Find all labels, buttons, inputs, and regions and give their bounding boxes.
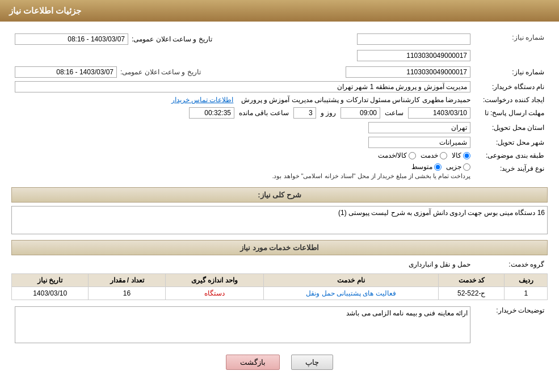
creator-value-cell: حمیدرضا مطهری کارشناس مسئول تدارکات و پش… <box>11 94 474 106</box>
need-number-value-cell: تاریخ و ساعت اعلان عمومی: <box>11 65 474 79</box>
purchase-type-motavaset-radio[interactable] <box>434 163 442 171</box>
need-number-label: شماره نیاز: <box>474 32 548 43</box>
purchase-type-jozi-label: جزیی <box>446 163 461 171</box>
row-buyer: نام دستگاه خریدار: <box>11 79 548 94</box>
city-field[interactable] <box>368 137 470 148</box>
main-content: شماره نیاز: تاریخ و ساعت اعلان عمومی: <box>0 22 559 376</box>
cell-service-name: فعالیت های پشتیبانی حمل ونقل <box>263 287 438 300</box>
category-khedmat-radio[interactable] <box>440 152 447 159</box>
announcement-date-group: تاریخ و ساعت اعلان عمومی: <box>15 33 212 45</box>
row-1: شماره نیاز: تاریخ و ساعت اعلان عمومی: <box>11 65 548 79</box>
remaining-label: ساعت باقی مانده <box>239 109 289 117</box>
category-kala-label: کالا <box>452 151 461 159</box>
contact-link[interactable]: اطلاعات تماس خریدار <box>171 96 234 104</box>
need-number-value: تاریخ و ساعت اعلان عمومی: <box>11 32 474 47</box>
category-kala-khedmat-radio[interactable] <box>409 152 416 159</box>
province-label: استان محل تحویل: <box>474 120 548 135</box>
deadline-date-field[interactable] <box>408 107 470 119</box>
category-value-cell: کالا خدمت کالا/خدمت <box>11 150 474 161</box>
row-province: استان محل تحویل: <box>11 120 548 135</box>
info-grid: شماره نیاز: تاریخ و ساعت اعلان عمومی: نا… <box>11 65 548 182</box>
buyer-desc-label: توضیحات خریدار: <box>474 305 548 316</box>
announcement-date-field[interactable] <box>15 66 117 78</box>
purchase-type-radio-group: جزیی متوسط <box>15 163 470 171</box>
services-table: ردیف کد خدمت نام خدمت واحد اندازه گیری ت… <box>11 273 548 300</box>
need-number-value-input[interactable] <box>357 50 470 61</box>
page-title: جزئیات اطلاعات نیاز <box>9 6 81 15</box>
province-field[interactable] <box>368 122 470 133</box>
buyer-name-field[interactable] <box>15 81 470 92</box>
col-row-number: ردیف <box>505 274 548 287</box>
need-number-label-cell: شماره نیاز: <box>474 65 548 79</box>
deadline-time-label: ساعت <box>385 109 404 117</box>
description-textarea[interactable]: 16 دستگاه مینی بوس جهت اردوی دانش آموزی … <box>11 206 548 234</box>
table-row: 1 ح-522-52 فعالیت های پشتیبانی حمل ونقل … <box>12 287 548 300</box>
buyer-desc-textarea[interactable]: ارائه معاینه فنی و بیمه نامه الزامی می ب… <box>15 306 470 343</box>
description-content: 16 دستگاه مینی بوس جهت اردوی دانش آموزی … <box>11 206 548 234</box>
announcement-date-input[interactable] <box>15 33 128 45</box>
col-quantity: تعداد / مقدار <box>89 274 165 287</box>
purchase-type-motavaset-label: متوسط <box>411 163 432 171</box>
services-section-header: اطلاعات خدمات مورد نیاز <box>11 240 548 255</box>
purchase-type-jozi-option[interactable]: جزیی <box>446 163 470 171</box>
city-label: شهر محل تحویل: <box>474 135 548 150</box>
buyer-desc-content: ارائه معاینه فنی و بیمه نامه الزامی می ب… <box>11 305 474 347</box>
deadline-label: مهلت ارسال پاسخ: تا <box>474 106 548 120</box>
category-kala-khedmat-label: کالا/خدمت <box>378 151 407 159</box>
row-creator: ایجاد کننده درخواست: حمیدرضا مطهری کارشن… <box>11 94 548 106</box>
province-value-cell <box>11 120 474 135</box>
description-section-title: شرح کلی نیاز: <box>258 191 301 199</box>
creator-name: حمیدرضا مطهری کارشناس مسئول تدارکات و پش… <box>241 96 470 104</box>
category-kala-radio[interactable] <box>463 152 470 159</box>
purchase-type-jozi-radio[interactable] <box>463 163 470 171</box>
row-need-number-display <box>11 48 548 63</box>
row-purchase-type: نوع فرآیند خرید: جزیی متوسط پرداخت تمام … <box>11 161 548 182</box>
category-radio-group: کالا خدمت کالا/خدمت <box>15 151 470 159</box>
category-kala-option[interactable]: کالا <box>452 151 470 159</box>
buyer-label: نام دستگاه خریدار: <box>474 79 548 94</box>
buttons-row: چاپ بازگشت <box>11 355 548 370</box>
category-khedmat-option[interactable]: خدمت <box>421 151 447 159</box>
remaining-time-field[interactable] <box>189 107 234 119</box>
row-category: طبقه بندی موضوعی: کالا خدمت <box>11 150 548 161</box>
purchase-type-value-cell: جزیی متوسط پرداخت تمام یا بخشی از مبلغ خ… <box>11 161 474 182</box>
description-section-header: شرح کلی نیاز: <box>11 187 548 203</box>
category-kala-khedmat-option[interactable]: کالا/خدمت <box>378 151 416 159</box>
col-service-name: نام خدمت <box>263 274 438 287</box>
need-number-field[interactable] <box>346 66 470 78</box>
description-section: شرح کلی نیاز: 16 دستگاه مینی بوس جهت ارد… <box>11 187 548 234</box>
deadline-days-field[interactable] <box>293 107 316 119</box>
purchase-type-note: پرداخت تمام یا بخشی از مبلغ خریدار از مح… <box>15 172 470 180</box>
buyer-desc-section: توضیحات خریدار: ارائه معاینه فنی و بیمه … <box>11 305 548 347</box>
page-wrapper: جزئیات اطلاعات نیاز شماره نیاز: تاریخ و … <box>0 0 559 392</box>
purchase-type-label: نوع فرآیند خرید: <box>474 161 548 182</box>
city-value-cell <box>11 135 474 150</box>
service-group-label: گروه خدمت: <box>474 259 548 270</box>
col-date: تاریخ نیاز <box>12 274 89 287</box>
creator-label: ایجاد کننده درخواست: <box>474 94 548 106</box>
announcement-label: تاریخ و ساعت اعلان عمومی: <box>120 68 201 76</box>
service-group-value: حمل و نقل و انبارداری <box>405 259 474 270</box>
cell-unit: دستگاه <box>165 287 263 300</box>
category-label: طبقه بندی موضوعی: <box>474 150 548 161</box>
table-header-row: ردیف کد خدمت نام خدمت واحد اندازه گیری ت… <box>12 274 548 287</box>
print-button[interactable]: چاپ <box>291 355 333 370</box>
need-number-input[interactable] <box>357 33 470 45</box>
cell-quantity: 16 <box>89 287 165 300</box>
services-section: اطلاعات خدمات مورد نیاز گروه خدمت: حمل و… <box>11 240 548 300</box>
services-section-title: اطلاعات خدمات مورد نیاز <box>240 243 319 252</box>
page-header: جزئیات اطلاعات نیاز <box>0 0 559 22</box>
purchase-type-motavaset-option[interactable]: متوسط <box>411 163 442 171</box>
col-unit: واحد اندازه گیری <box>165 274 263 287</box>
row-deadline: مهلت ارسال پاسخ: تا ساعت روز و ساعت باقی… <box>11 106 548 120</box>
deadline-value-cell: ساعت روز و ساعت باقی مانده <box>11 106 474 120</box>
category-khedmat-label: خدمت <box>421 151 438 159</box>
row-need-number: شماره نیاز: تاریخ و ساعت اعلان عمومی: <box>11 32 548 47</box>
deadline-time-field[interactable] <box>341 107 380 119</box>
deadline-days-label: روز و <box>321 109 336 117</box>
cell-row-number: 1 <box>505 287 548 300</box>
row-city: شهر محل تحویل: <box>11 135 548 150</box>
announcement-date-label: تاریخ و ساعت اعلان عمومی: <box>132 35 212 43</box>
cell-service-code: ح-522-52 <box>438 287 505 300</box>
back-button[interactable]: بازگشت <box>226 355 280 370</box>
